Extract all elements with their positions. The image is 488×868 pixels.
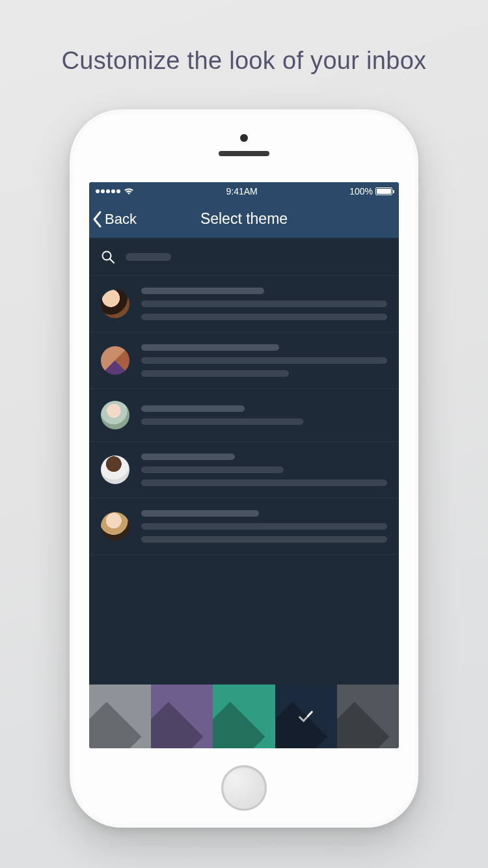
check-icon — [275, 685, 337, 748]
inbox-list-preview — [89, 276, 399, 685]
screen: 9:41AM 100% Back Select theme — [89, 182, 399, 748]
back-label: Back — [105, 211, 137, 228]
skeleton-line — [141, 314, 387, 320]
back-button[interactable]: Back — [89, 200, 142, 237]
home-button[interactable] — [221, 765, 267, 811]
skeleton-line — [141, 370, 289, 377]
status-time: 9:41AM — [226, 186, 257, 197]
theme-picker — [89, 685, 399, 748]
battery-percent: 100% — [349, 186, 373, 197]
skeleton-lines — [141, 510, 387, 543]
skeleton-line — [141, 301, 387, 307]
avatar — [101, 455, 129, 484]
list-item[interactable] — [89, 389, 399, 442]
wifi-icon — [124, 187, 134, 195]
skeleton-line — [141, 536, 387, 543]
skeleton-line — [141, 480, 387, 486]
theme-swatch-grey[interactable] — [89, 685, 151, 748]
skeleton-line — [141, 467, 284, 473]
theme-swatch-slate[interactable] — [337, 685, 399, 748]
skeleton-lines — [141, 288, 387, 320]
skeleton-line — [141, 418, 303, 425]
phone-mockup: 9:41AM 100% Back Select theme — [70, 109, 418, 828]
skeleton-lines — [141, 344, 387, 377]
search-placeholder-skeleton — [126, 253, 171, 261]
skeleton-title — [141, 454, 235, 460]
marketing-headline: Customize the look of your inbox — [0, 47, 488, 75]
list-item[interactable] — [89, 332, 399, 389]
svg-line-1 — [110, 259, 114, 263]
list-item[interactable] — [89, 498, 399, 555]
front-camera-dot — [240, 134, 248, 142]
list-item[interactable] — [89, 276, 399, 332]
earpiece-slot — [219, 151, 269, 156]
skeleton-lines — [141, 405, 387, 425]
skeleton-title — [141, 344, 279, 351]
list-item[interactable] — [89, 442, 399, 498]
signal-dots-icon — [96, 189, 120, 193]
skeleton-line — [141, 357, 387, 364]
status-bar: 9:41AM 100% — [89, 182, 399, 200]
avatar — [101, 401, 129, 429]
skeleton-title — [141, 510, 259, 517]
nav-bar: Back Select theme — [89, 200, 399, 238]
battery-icon — [375, 187, 392, 195]
skeleton-line — [141, 523, 387, 530]
status-left — [96, 187, 134, 195]
status-right: 100% — [349, 186, 392, 197]
search-icon — [101, 250, 115, 264]
skeleton-title — [141, 288, 264, 294]
avatar — [101, 512, 129, 541]
chevron-left-icon — [92, 210, 103, 228]
theme-swatch-navy[interactable] — [275, 685, 337, 748]
theme-swatch-teal[interactable] — [213, 685, 275, 748]
theme-swatch-purple[interactable] — [151, 685, 213, 748]
skeleton-lines — [141, 454, 387, 486]
search-row[interactable] — [89, 238, 399, 276]
avatar — [101, 290, 129, 318]
skeleton-title — [141, 405, 245, 412]
avatar — [101, 346, 129, 375]
